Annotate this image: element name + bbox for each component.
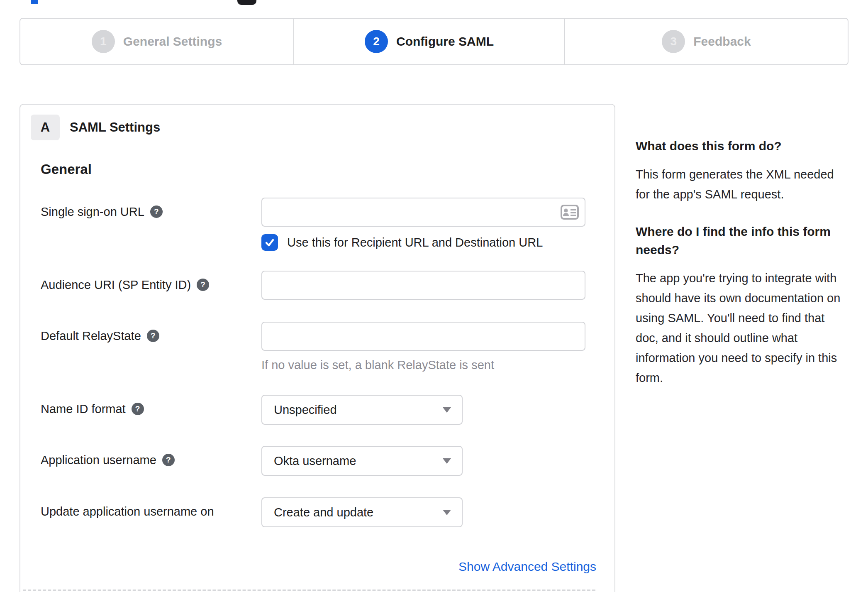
step-number-badge: 2: [365, 30, 388, 53]
sidebar-heading: Where do I find the info this form needs…: [636, 223, 848, 259]
form-row-audience-uri: Audience URI (SP Entity ID) ?: [41, 271, 605, 300]
application-username-select[interactable]: Okta username: [261, 446, 463, 476]
panel-title: SAML Settings: [70, 120, 160, 135]
update-application-username-select[interactable]: Create and update: [261, 497, 463, 527]
relaystate-hint: If no value is set, a blank RelayState i…: [261, 357, 605, 372]
step-label: General Settings: [123, 34, 222, 49]
help-icon[interactable]: ?: [162, 454, 175, 466]
help-icon[interactable]: ?: [132, 403, 144, 415]
audience-uri-input[interactable]: [261, 271, 585, 300]
general-form: General Single sign-on URL ?: [41, 161, 605, 574]
field-label: Name ID format: [41, 401, 126, 416]
step-number-badge: 3: [662, 30, 685, 53]
step-configure-saml[interactable]: 2 Configure SAML: [294, 19, 565, 64]
step-label: Configure SAML: [396, 34, 494, 49]
help-icon[interactable]: ?: [197, 279, 209, 291]
form-row-name-id-format: Name ID format ? Unspecified: [41, 395, 605, 425]
form-row-update-application-username: Update application username on Create an…: [41, 497, 605, 527]
wizard-stepper: 1 General Settings 2 Configure SAML 3 Fe…: [20, 18, 848, 65]
panel-header: A SAML Settings: [31, 115, 605, 140]
use-for-recipient-url-checkbox[interactable]: [261, 234, 278, 251]
section-a-badge: A: [31, 115, 60, 140]
step-general-settings[interactable]: 1 General Settings: [20, 19, 294, 64]
field-label: Update application username on: [41, 504, 214, 519]
saml-settings-panel: A SAML Settings General Single sign-on U…: [20, 104, 615, 592]
step-feedback[interactable]: 3 Feedback: [565, 19, 848, 64]
caret-down-icon: [443, 407, 451, 413]
name-id-format-select[interactable]: Unspecified: [261, 395, 463, 425]
checkmark-icon: [264, 237, 275, 248]
cropped-ui-fragment: [237, 0, 256, 5]
field-label: Application username: [41, 453, 156, 467]
form-row-default-relaystate: Default RelayState ? If no value is set,…: [41, 322, 605, 372]
single-sign-on-url-input[interactable]: [261, 198, 585, 227]
sidebar-paragraph: This form generates the XML needed for t…: [636, 164, 848, 204]
sidebar-heading: What does this form do?: [636, 137, 848, 155]
select-value: Okta username: [274, 454, 356, 468]
caret-down-icon: [443, 510, 451, 515]
field-label: Audience URI (SP Entity ID): [41, 277, 191, 292]
field-label: Single sign-on URL: [41, 204, 144, 219]
recipient-url-checkbox-row: Use this for Recipient URL and Destinati…: [261, 234, 605, 251]
help-icon[interactable]: ?: [150, 205, 163, 218]
default-relaystate-input[interactable]: [261, 322, 585, 351]
checkbox-label: Use this for Recipient URL and Destinati…: [287, 236, 543, 250]
select-value: Create and update: [274, 506, 373, 519]
form-row-application-username: Application username ? Okta username: [41, 446, 605, 476]
general-heading: General: [41, 161, 605, 178]
select-value: Unspecified: [274, 403, 337, 417]
field-label: Default RelayState: [41, 328, 141, 343]
help-icon[interactable]: ?: [147, 330, 159, 342]
cropped-ui-fragment: [31, 0, 38, 4]
sidebar-paragraph: The app you're trying to integrate with …: [636, 268, 848, 388]
form-row-single-sign-on-url: Single sign-on URL ?: [41, 198, 605, 251]
section-divider: [23, 590, 595, 591]
show-advanced-settings-link[interactable]: Show Advanced Settings: [458, 560, 596, 573]
contact-card-icon: [561, 205, 579, 220]
caret-down-icon: [443, 458, 451, 464]
help-sidebar: What does this form do? This form genera…: [636, 137, 848, 406]
step-label: Feedback: [693, 34, 751, 49]
step-number-badge: 1: [92, 30, 115, 53]
